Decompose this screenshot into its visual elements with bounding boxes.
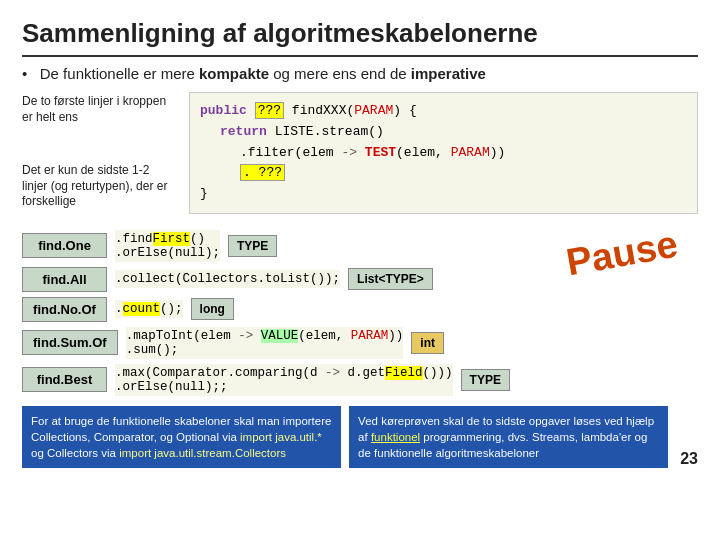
findsumof-code: .mapToInt(elem -> VALUE(elem, PARAM)).su… bbox=[126, 327, 404, 359]
code-line-1: public ??? findXXX(PARAM) { bbox=[200, 101, 687, 122]
code-line-2: return LISTE.stream() bbox=[220, 122, 687, 143]
findone-badge: TYPE bbox=[228, 235, 277, 257]
findall-badge: List<TYPE> bbox=[348, 268, 433, 290]
subtitle-text-end: imperative bbox=[411, 65, 486, 82]
method-findsumof: find.Sum.Of bbox=[22, 330, 118, 355]
code-line-4: . ??? bbox=[240, 163, 687, 184]
method-findbest: find.Best bbox=[22, 367, 107, 392]
findall-code: .collect(Collectors.toList()); bbox=[115, 270, 340, 288]
subtitle-text-start: De funktionelle er mere bbox=[40, 65, 199, 82]
findnoof-code: .count(); bbox=[115, 300, 183, 318]
table-row: find.No.Of .count(); long bbox=[22, 297, 698, 322]
bottom-left-box: For at bruge de funktionelle skabeloner … bbox=[22, 406, 341, 468]
bottom-area: For at bruge de funktionelle skabeloner … bbox=[22, 406, 698, 468]
methods-table: Pause find.One .findFirst().orElse(null)… bbox=[22, 230, 698, 396]
subtitle-text-mid: og mere ens end de bbox=[269, 65, 411, 82]
method-findall: find.All bbox=[22, 267, 107, 292]
bottom-right-text: Ved køreprøven skal de to sidste opgaver… bbox=[358, 415, 654, 459]
subtitle-bold: kompakte bbox=[199, 65, 269, 82]
label-bottom: Det er kun de sidste 1-2 linjer (og retu… bbox=[22, 163, 177, 210]
findbest-badge: TYPE bbox=[461, 369, 510, 391]
findbest-code: .max(Comparator.comparing(d -> d.getFiel… bbox=[115, 364, 453, 396]
findone-code: .findFirst().orElse(null); bbox=[115, 230, 220, 262]
bullet: • bbox=[22, 65, 27, 82]
left-labels: De to første linjer i kroppen er helt en… bbox=[22, 92, 177, 210]
page-number: 23 bbox=[676, 450, 698, 468]
table-row: find.Sum.Of .mapToInt(elem -> VALUE(elem… bbox=[22, 327, 698, 359]
method-findnoof: find.No.Of bbox=[22, 297, 107, 322]
code-line-3: .filter(elem -> TEST(elem, PARAM)) bbox=[240, 143, 687, 164]
findsumof-badge: int bbox=[411, 332, 444, 354]
findnoof-badge: long bbox=[191, 298, 234, 320]
label-top: De to første linjer i kroppen er helt en… bbox=[22, 94, 177, 125]
table-row: find.Best .max(Comparator.comparing(d ->… bbox=[22, 364, 698, 396]
subtitle: • De funktionelle er mere kompakte og me… bbox=[22, 65, 698, 82]
code-block-main: public ??? findXXX(PARAM) { return LISTE… bbox=[189, 92, 698, 214]
code-line-5: } bbox=[200, 184, 687, 205]
method-findone: find.One bbox=[22, 233, 107, 258]
bottom-left-text: For at bruge de funktionelle skabeloner … bbox=[31, 415, 331, 459]
bottom-right-box: Ved køreprøven skal de to sidste opgaver… bbox=[349, 406, 668, 468]
slide-title: Sammenligning af algoritmeskabelonerne bbox=[22, 18, 698, 57]
